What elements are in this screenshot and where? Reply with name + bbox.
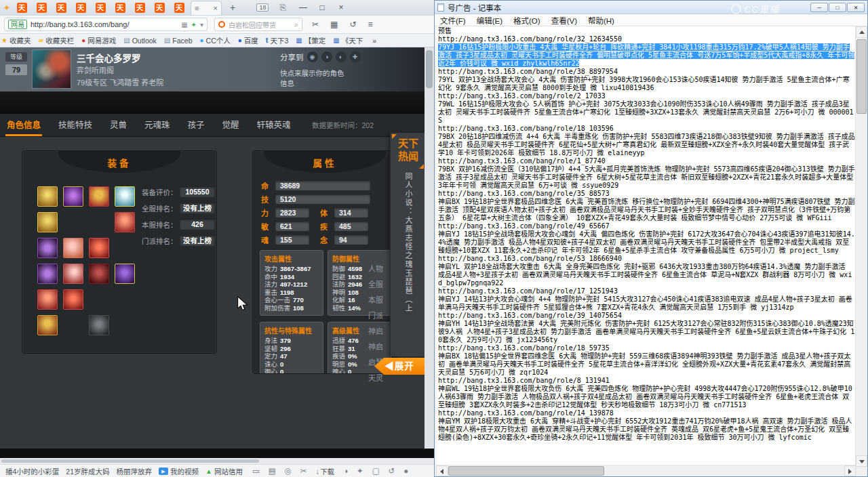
bookmark-item[interactable]: 网易游戏 xyxy=(81,35,116,45)
equipment-slot[interactable] xyxy=(63,289,83,310)
equipment-slot[interactable] xyxy=(115,212,135,232)
url-text[interactable]: http://bang.tx3.163.com/bang/ xyxy=(31,20,178,28)
new-tab-button[interactable]: + xyxy=(226,2,239,13)
scrollbar-thumb[interactable] xyxy=(426,50,433,88)
browser-tab[interactable]: 天 xyxy=(171,1,187,14)
search-box[interactable]: 白岩松回应带货 ⌕ xyxy=(214,18,302,31)
browser-tab[interactable]: 天 xyxy=(92,1,108,14)
menu-编辑(E)[interactable]: 编辑(E) xyxy=(471,15,508,26)
share-circle-2-icon[interactable]: ◑ xyxy=(321,51,332,62)
scroll-down-icon[interactable] xyxy=(856,455,867,467)
menu-格式(O)[interactable]: 格式(O) xyxy=(508,15,546,26)
dropdown-icon[interactable]: ▾ xyxy=(200,21,203,28)
bookmark-item[interactable]: Faceb xyxy=(164,37,193,45)
browser-horizontal-scrollbar[interactable] xyxy=(0,458,434,464)
equipment-slot[interactable] xyxy=(37,238,58,258)
nav-tab-孩子[interactable]: 孩子 xyxy=(188,114,205,137)
menu-文件(F)[interactable]: 文件(F) xyxy=(435,15,471,26)
download-icon[interactable]: ↓下载 xyxy=(315,466,334,476)
close-button[interactable]: ✕ xyxy=(847,3,865,12)
refresh-icon[interactable]: ↺ xyxy=(389,466,395,476)
maximize-button[interactable]: □ xyxy=(829,3,846,12)
apps-grid-icon[interactable]: ▦ xyxy=(330,20,338,29)
equipment-slot[interactable] xyxy=(89,315,109,335)
page-scrollbar[interactable] xyxy=(425,47,434,449)
bookmark-item[interactable]: 《天下 xyxy=(333,35,363,45)
browser-tab[interactable]: 天 xyxy=(14,1,30,14)
browser-tab[interactable]: 天 xyxy=(33,1,50,14)
share-circle-1-icon[interactable]: ◉ xyxy=(307,51,318,62)
news-link[interactable]: 21岁胖成大妈 xyxy=(66,466,109,476)
active-tab[interactable]: ≡ × xyxy=(191,1,222,15)
equipment-slot[interactable] xyxy=(89,238,109,258)
equipment-slot[interactable] xyxy=(63,264,83,284)
share-circle-3-icon[interactable]: ◐ xyxy=(336,51,347,62)
browser-tab[interactable]: 天 xyxy=(73,1,89,14)
equipment-slot[interactable] xyxy=(63,238,83,258)
bookmark-item[interactable]: 收藏夹 xyxy=(1,35,31,45)
menu-icon[interactable]: ≡ xyxy=(368,20,372,29)
nav-tab-觉醒[interactable]: 觉醒 xyxy=(222,114,239,137)
search-icon[interactable]: ⌕ xyxy=(294,20,298,29)
equipment-slot[interactable] xyxy=(115,186,135,207)
hot-news-item[interactable]: 同人小说：大燕志怪之瑰玉琵琶（上 xyxy=(403,172,414,340)
clip-tool-icon[interactable]: ✂ xyxy=(312,20,319,29)
bookmark-item[interactable]: 【策定 xyxy=(296,35,326,45)
speed-icon[interactable]: ✦ xyxy=(191,21,197,28)
site-credit-button[interactable]: ▲ 网站信用 xyxy=(205,466,243,476)
equipment-slot[interactable] xyxy=(37,315,58,335)
notepad-vertical-scrollbar[interactable] xyxy=(855,26,867,467)
bookmark-item[interactable]: » xyxy=(370,37,376,45)
screenshot-icon[interactable]: ▤ xyxy=(269,466,276,476)
bookmark-item[interactable]: Outlook xyxy=(123,37,157,45)
skin-icon[interactable]: ✦ xyxy=(357,466,363,476)
clipboard-icon[interactable]: ⎘ xyxy=(279,3,286,12)
browser-tab[interactable]: 天 xyxy=(132,1,148,14)
equipment-slot[interactable] xyxy=(37,212,58,232)
notepad-title-bar[interactable]: 号广告 - 记事本 ─□✕ xyxy=(435,1,867,14)
browser-logo-icon[interactable]: ✦ xyxy=(0,3,14,13)
menu-查看(V)[interactable]: 查看(V) xyxy=(546,15,583,26)
equipment-slot[interactable] xyxy=(89,186,109,207)
bookmark-item[interactable]: CC个人 xyxy=(200,35,231,45)
news-link[interactable]: 杨丽萍放弃 xyxy=(117,466,153,476)
equipment-slot[interactable] xyxy=(115,264,135,284)
bookmark-item[interactable]: 收藏夹栏 xyxy=(38,35,74,45)
nav-tab-轩辕英魂[interactable]: 轩辕英魂 xyxy=(257,114,291,137)
scroll-right-icon[interactable] xyxy=(844,465,856,476)
notepad-horizontal-scrollbar[interactable] xyxy=(436,465,856,476)
grid-icon[interactable]: ▦ xyxy=(181,21,187,28)
equipment-slot[interactable] xyxy=(89,264,109,284)
scrollbar-thumb[interactable] xyxy=(1,459,259,463)
clip-icon[interactable]: ✂ xyxy=(300,466,307,476)
search-input[interactable]: 白岩松回应带货 xyxy=(229,20,291,30)
nav-tab-灵兽[interactable]: 灵兽 xyxy=(110,114,127,137)
scroll-left-icon[interactable] xyxy=(436,465,448,476)
maximize-button[interactable]: □ xyxy=(317,3,327,12)
scrollbar-thumb[interactable] xyxy=(856,39,867,114)
notepad-text[interactable]: 预售http://bang.tx3.163.com/bang/role/32_1… xyxy=(436,26,856,467)
nav-tab-元魂珠[interactable]: 元魂珠 xyxy=(144,114,170,137)
equipment-slot[interactable] xyxy=(37,289,58,310)
minimize-button[interactable]: — xyxy=(298,3,308,12)
browser-tab[interactable]: 天 xyxy=(112,1,128,14)
volume-icon[interactable]: ◑ xyxy=(343,467,348,475)
window-icon[interactable]: ▢ xyxy=(372,466,380,476)
close-button[interactable]: × xyxy=(336,3,346,12)
nav-tab-角色信息[interactable]: 角色信息 xyxy=(7,114,41,137)
session-count-badge[interactable]: 18 xyxy=(256,3,269,12)
minimize-button[interactable]: ─ xyxy=(810,3,828,12)
search-status-icon[interactable]: ● xyxy=(403,467,408,475)
scroll-up-icon[interactable] xyxy=(856,26,867,38)
bookmark-item[interactable]: 天下3 xyxy=(266,35,289,45)
browser-tab[interactable]: 天 xyxy=(53,1,69,14)
menu-帮助(H)[interactable]: 帮助(H) xyxy=(583,15,620,26)
bookmark-item[interactable]: 百度 xyxy=(238,35,258,45)
undo-icon[interactable]: ↺ xyxy=(349,20,356,29)
equipment-slot[interactable] xyxy=(63,186,83,207)
equipment-slot[interactable] xyxy=(37,186,58,207)
news-link[interactable]: 播4小时的小彩蛋 xyxy=(5,466,59,476)
url-box[interactable]: 网易 http://bang.tx3.163.com/bang/ ▦✦▾ xyxy=(4,18,208,31)
hot-news-panel[interactable]: 天下 热闻 同人小说：大燕志怪之瑰玉琵琶（上 xyxy=(390,133,426,356)
equipment-slot[interactable] xyxy=(37,264,58,284)
